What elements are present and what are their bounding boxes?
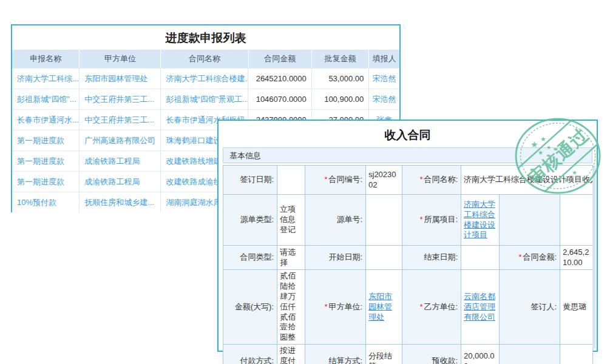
form-field-value xyxy=(366,195,402,246)
contract-title: 收入合同 xyxy=(219,121,597,147)
form-field-label xyxy=(500,195,560,246)
form-field-label: 源单号: xyxy=(305,195,366,246)
form-row: 源单类型:立项信息登记源单号:*所属项目:济南大学工科综合楼建设设计项目 xyxy=(223,195,593,246)
declaration-name-link[interactable]: 第一期进度款 xyxy=(12,130,80,150)
contract-name-link[interactable]: 彭祖新城“四馆”景观工... xyxy=(161,89,248,109)
form-field-value: 请选择 xyxy=(277,246,305,270)
contract-form-body: 签订日期:*合同编号:sj2023002*合同名称:济南大学工科综合楼建设设计项… xyxy=(223,166,593,364)
form-field-value xyxy=(366,246,402,270)
section-basic-info: 基本信息 xyxy=(223,147,592,163)
list-column-header: 填报人 xyxy=(369,50,399,68)
form-field-value: 按进度付款 xyxy=(277,345,305,364)
filler-name-cell: 宋浩然 xyxy=(369,89,399,109)
form-field-value: 立项信息登记 xyxy=(277,195,305,246)
form-field-label: 金额(大写): xyxy=(223,270,277,345)
form-field-label: 结束日期: xyxy=(402,246,461,270)
declaration-name-link[interactable]: 第一期进度款 xyxy=(12,172,80,192)
contract-form-table: 签订日期:*合同编号:sj2023002*合同名称:济南大学工科综合楼建设设计项… xyxy=(223,165,593,364)
list-column-header: 合同名称 xyxy=(161,50,248,68)
form-field-value: 分段结算 xyxy=(366,345,402,364)
form-field-value: 2,645,210.00 xyxy=(560,246,593,270)
required-asterisk: * xyxy=(420,303,423,311)
party-a-unit-link[interactable]: 东阳市园林管理处 xyxy=(80,69,161,89)
contract-amount-cell: 2645210.0000 xyxy=(248,69,311,89)
required-asterisk: * xyxy=(325,175,328,184)
list-column-header: 合同金额 xyxy=(249,50,312,68)
contract-amount-cell: 1046070.0000 xyxy=(248,89,311,109)
required-asterisk: * xyxy=(325,303,328,311)
party-a-unit-link[interactable]: 中交王府井第三工... xyxy=(80,89,161,109)
project-link[interactable]: 济南大学工科综合楼建设设计项目 xyxy=(464,200,495,240)
contract-name-link[interactable]: 济南大学工科综合楼建... xyxy=(161,69,248,89)
form-field-label: *所属项目: xyxy=(402,195,461,246)
form-row: 合同类型:请选择开始日期:结束日期:*合同金额:2,645,210.00 xyxy=(223,246,593,270)
list-header: 申报名称甲方单位合同名称合同金额批复金额填报人 xyxy=(12,50,399,68)
form-field-value: 济南大学工科综合楼建设设计项目 xyxy=(461,195,500,246)
form-field-value xyxy=(560,195,593,246)
form-row: 金额(大写):贰佰陆拾肆万伍仟贰佰壹拾圆整*甲方单位:东阳市园林管理处*乙方单位… xyxy=(223,270,593,345)
form-field-value: 黄思璐 xyxy=(560,270,593,345)
list-title: 进度款申报列表 xyxy=(12,25,399,50)
form-field-label: *乙方单位: xyxy=(402,270,461,345)
list-column-header: 申报名称 xyxy=(12,50,80,68)
form-field-value: 济南大学工科综合楼建设设计项目收入合同 xyxy=(461,166,593,195)
list-column-header: 甲方单位 xyxy=(80,50,161,68)
declaration-name-link[interactable]: 长春市伊通河水... xyxy=(12,110,80,130)
approved-amount-cell: 100,900.00 xyxy=(312,89,369,109)
form-field-value xyxy=(461,246,500,270)
party-a-unit-link[interactable]: 成渝铁路工程局 xyxy=(80,151,161,171)
declaration-name-link[interactable]: 济南大学工科综... xyxy=(12,69,80,89)
form-field-label: 付款方式: xyxy=(223,345,277,364)
form-field-label xyxy=(500,345,560,364)
declaration-name-link[interactable]: 10%预付款 xyxy=(12,192,80,212)
form-field-value: 东阳市园林管理处 xyxy=(366,270,402,345)
income-contract-panel: 收入合同 基本信息 签订日期:*合同编号:sj2023002*合同名称:济南大学… xyxy=(217,120,598,352)
table-row: 济南大学工科综...东阳市园林管理处济南大学工科综合楼建...2645210.0… xyxy=(12,68,399,89)
party-b-link[interactable]: 云南名都酒店管理有限公司 xyxy=(464,292,495,322)
party-a-unit-link[interactable]: 中交王府井第三工... xyxy=(80,110,161,130)
required-asterisk: * xyxy=(519,253,522,261)
table-row: 彭祖新城“四馆”...中交王府井第三工...彭祖新城“四馆”景观工...1046… xyxy=(12,89,399,109)
party-a-unit-link[interactable]: 成渝铁路工程局 xyxy=(80,172,161,192)
form-field-label: 开始日期: xyxy=(305,246,366,270)
vertical-scrollbar[interactable] xyxy=(592,166,595,349)
declaration-name-link[interactable]: 第一期进度款 xyxy=(12,151,80,171)
form-field-label: 签订人: xyxy=(500,270,560,345)
form-field-value: 云南名都酒店管理有限公司 xyxy=(461,270,500,345)
declaration-name-link[interactable]: 彭祖新城“四馆”... xyxy=(12,89,80,109)
party-a-unit-link[interactable]: 抚顺住房和城乡建... xyxy=(80,192,161,212)
form-row: 付款方式:按进度付款结算方式:分段结算预收款:20,000.00 xyxy=(223,345,593,364)
party-a-unit-link[interactable]: 广州高速路有限公司 xyxy=(80,130,161,150)
form-row: 签订日期:*合同编号:sj2023002*合同名称:济南大学工科综合楼建设设计项… xyxy=(223,166,593,195)
form-field-label: *合同编号: xyxy=(305,166,366,195)
form-field-value: sj2023002 xyxy=(366,166,402,195)
form-field-value: 20,000.00 xyxy=(461,345,500,364)
form-field-value xyxy=(277,166,305,195)
party-a-link[interactable]: 东阳市园林管理处 xyxy=(368,292,392,322)
approved-amount-cell: 53,000.00 xyxy=(312,69,369,89)
form-field-label: 签订日期: xyxy=(223,166,277,195)
form-field-label: *合同金额: xyxy=(500,246,560,270)
form-field-label: 结算方式: xyxy=(305,345,366,364)
required-asterisk: * xyxy=(420,175,423,184)
form-field-label: 预收款: xyxy=(402,345,461,364)
form-field-label: *合同名称: xyxy=(402,166,461,195)
form-field-value: 贰佰陆拾肆万伍仟贰佰壹拾圆整 xyxy=(277,270,305,345)
filler-name-cell: 宋浩然 xyxy=(369,69,399,89)
list-column-header: 批复金额 xyxy=(312,50,369,68)
form-field-label: 合同类型: xyxy=(223,246,277,270)
form-field-label: *甲方单位: xyxy=(305,270,366,345)
required-asterisk: * xyxy=(420,215,423,224)
form-field-label: 源单类型: xyxy=(223,195,277,246)
form-field-value xyxy=(560,345,593,364)
